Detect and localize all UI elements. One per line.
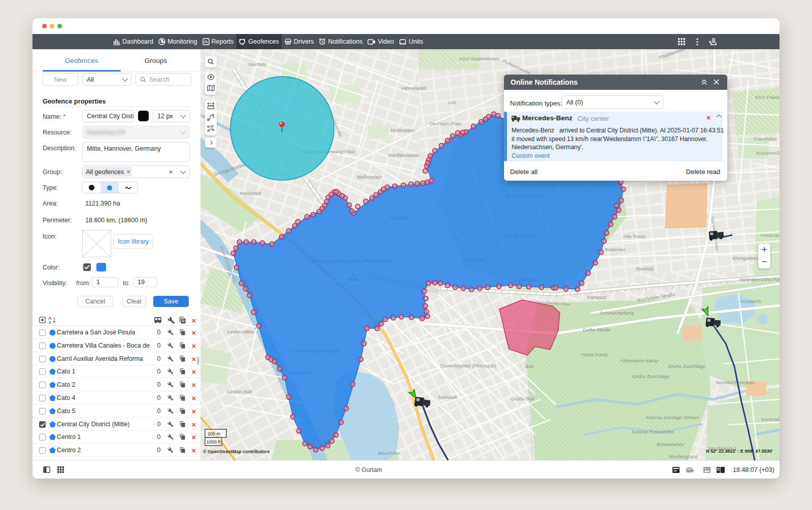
svg-text:Große Bult: Große Bult [511, 396, 534, 401]
svg-text:Kleine Zuschläge: Kleine Zuschläge [668, 363, 705, 369]
svg-text:List: List [448, 99, 456, 105]
svg-text:Welfenplatz: Welfenplatz [357, 174, 382, 180]
svg-text:Hermann-Löns-Park: Hermann-Löns-Park [739, 277, 780, 282]
svg-text:Maschsee: Maschsee [378, 450, 400, 456]
svg-text:Gelbe Weide: Gelbe Weide [583, 327, 611, 332]
svg-text:Kantplatz: Kantplatz [587, 294, 607, 300]
svg-text:Moltkeplatz: Moltkeplatz [391, 127, 415, 133]
svg-text:200 m: 200 m [208, 431, 220, 436]
svg-text:© OpenStreetMap contributors: © OpenStreetMap contributors [203, 449, 269, 454]
svg-text:Bult: Bult [525, 363, 534, 369]
svg-text:Neunkirchnerplatz: Neunkirchnerplatz [716, 380, 755, 385]
svg-text:Kolonie Sonniger Winkel: Kolonie Sonniger Winkel [646, 415, 699, 420]
svg-text:Bonifatiusplatz: Bonifatiusplatz [388, 152, 420, 158]
svg-text:Büntewiesen: Büntewiesen [657, 441, 684, 447]
svg-text:Kirchrode: Kirchrode [761, 417, 780, 422]
svg-text:Linden-Süd: Linden-Süd [227, 389, 252, 394]
svg-text:Hainholz: Hainholz [248, 61, 266, 67]
svg-text:Nordstadt: Nordstadt [240, 190, 261, 196]
svg-text:Annateich: Annateich [740, 298, 761, 304]
svg-text:Große Zuschläge: Große Zuschläge [632, 373, 669, 379]
svg-text:Vahrenwald: Vahrenwald [401, 85, 426, 91]
svg-text:N 52° 22.3622' : E 009° 47.553: N 52° 22.3622' : E 009° 47.5530' [706, 449, 773, 454]
svg-text:Franzhöhe: Franzhöhe [754, 136, 776, 142]
svg-text:Kranzstraße: Kranzstraße [756, 150, 780, 156]
svg-text:Alte Treue: Alte Treue [623, 233, 645, 239]
svg-text:KGV Staatswiesen: KGV Staatswiesen [459, 56, 499, 61]
svg-text:De-Haen-Platz: De-Haen-Platz [430, 121, 462, 126]
svg-text:Linden-Mitte: Linden-Mitte [227, 329, 254, 334]
svg-text:Weidengrund: Weidengrund [669, 454, 697, 459]
svg-text:Heideviertel: Heideviertel [760, 232, 780, 238]
svg-text:KGV Friedenstal: KGV Friedenstal [755, 94, 780, 100]
svg-text:Ahlemanns Kamp: Ahlemanns Kamp [620, 358, 658, 363]
svg-text:Kolonie Rosenhöhe: Kolonie Rosenhöhe [632, 429, 674, 434]
svg-text:1000 ft: 1000 ft [207, 439, 221, 445]
svg-text:Südstadt: Südstadt [438, 394, 457, 400]
svg-text:Schmachteberg: Schmachteberg [600, 310, 634, 316]
svg-text:Kleefeld: Kleefeld [636, 266, 653, 271]
svg-text:Horns Kamp: Horns Kamp [581, 352, 608, 357]
svg-text:Oesterleyplatz (Pétanque): Oesterleyplatz (Pétanque) [440, 363, 496, 368]
